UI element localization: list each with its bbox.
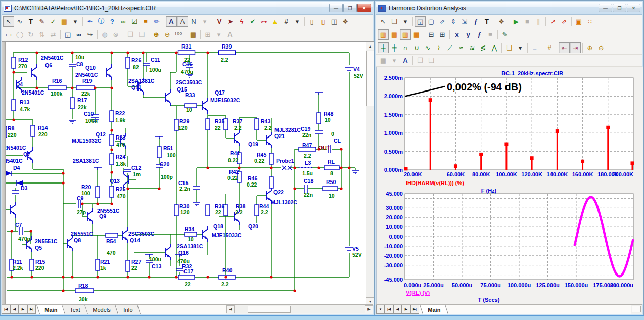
run-icon[interactable]: ▶: [511, 16, 522, 27]
schematic-tab-models[interactable]: Models: [85, 305, 118, 314]
slope-cursor-icon[interactable]: ⟋: [444, 42, 455, 53]
scroll-up-icon[interactable]: ▲: [366, 42, 374, 50]
analysis-mini-scrollbar[interactable]: [631, 305, 642, 313]
select-tool-icon[interactable]: ↖: [378, 16, 389, 27]
select-tool-icon[interactable]: ↖: [3, 16, 14, 27]
next-page-button[interactable]: ▶: [19, 305, 27, 314]
pin-numbers-icon[interactable]: N: [188, 16, 199, 27]
flip-vertical-icon[interactable]: ⇅: [36, 29, 48, 40]
current-arrow-icon[interactable]: ➤: [225, 16, 236, 27]
schematic-horizontal-scrollbar[interactable]: ◀ ▶: [226, 305, 373, 313]
vscroll-thumb[interactable]: [366, 51, 374, 106]
warning-triangle-icon[interactable]: ▲: [269, 16, 281, 27]
next-page-button[interactable]: ▶: [402, 305, 410, 314]
find-icon[interactable]: ∞: [73, 29, 84, 40]
minimize-button[interactable]: —: [329, 4, 343, 12]
stop-icon[interactable]: ■: [522, 16, 533, 27]
analysis-plots[interactable]: 2.500m2.000m1.500m1.000m0.500m0.000m20.0…: [377, 67, 643, 304]
previous-data-point-icon[interactable]: ╪: [389, 42, 400, 53]
attribute-pen-icon[interactable]: ✒: [84, 16, 96, 27]
zoom-100-icon[interactable]: ¹⁰⁰: [173, 29, 184, 40]
scale-mode-icon[interactable]: ◲: [415, 16, 426, 27]
cursor-left-icon[interactable]: ⇤: [559, 42, 570, 53]
select-frame-icon[interactable]: ▣: [573, 16, 584, 27]
menu-lines-icon[interactable]: ≡: [485, 29, 496, 40]
zoom-out-icon[interactable]: ⊖: [162, 29, 173, 40]
maximize-button[interactable]: ❐: [343, 4, 357, 12]
send-to-back-icon[interactable]: ❏: [136, 29, 147, 40]
node-voltages-icon[interactable]: A: [177, 16, 188, 27]
plot-overlay-icon[interactable]: ▦: [411, 29, 422, 40]
grid-dropdown-icon[interactable]: ▾: [292, 16, 303, 27]
maximize-button[interactable]: ❐: [613, 4, 626, 12]
grid-toggle-icon[interactable]: #: [281, 16, 292, 27]
component-dropdown-icon[interactable]: ▾: [400, 16, 411, 27]
page-small-icon[interactable]: ▯: [317, 16, 329, 27]
pause-icon[interactable]: ∥: [533, 16, 544, 27]
pan-mode-icon[interactable]: ⇗: [437, 16, 448, 27]
bring-front-icon[interactable]: ❐: [415, 55, 426, 66]
pivot-marker-icon[interactable]: ⊶: [258, 16, 269, 27]
grid-dropdown-icon[interactable]: ▾: [389, 55, 400, 66]
global-low-icon[interactable]: ≶: [478, 42, 489, 53]
wire-mode-icon[interactable]: ∿: [14, 16, 25, 27]
first-page-button[interactable]: |◀: [385, 305, 393, 314]
component-cube-icon[interactable]: ❒: [389, 16, 400, 27]
vertical-scale-icon[interactable]: ⇕: [448, 16, 459, 27]
split-window-icon[interactable]: ◫: [329, 16, 340, 27]
clipboard-icon[interactable]: ❑: [503, 42, 515, 53]
cancel-icon[interactable]: ⊗: [110, 29, 121, 40]
goto-icon[interactable]: ↪: [84, 29, 96, 40]
plot-split-icon[interactable]: ▥: [400, 29, 411, 40]
text-mode-icon[interactable]: T: [481, 16, 492, 27]
schematic-vertical-scrollbar[interactable]: ▲ ▼: [366, 42, 374, 305]
analysis-tab-main[interactable]: Main: [420, 305, 448, 314]
close-button[interactable]: ✕: [627, 4, 640, 12]
waveform-legend[interactable]: V(RL) (V): [406, 290, 430, 296]
plot-pages-icon[interactable]: ▤: [389, 29, 400, 40]
analysis-titlebar[interactable]: Harmonic Distortion Analysis — ❐ ✕: [376, 2, 642, 15]
y-scale-zoom-icon[interactable]: y: [463, 29, 474, 40]
inflection-cursor-icon[interactable]: ≈: [455, 42, 467, 53]
bottom-cursor-icon[interactable]: ⋀: [489, 42, 500, 53]
numeric-output-icon[interactable]: #: [544, 42, 555, 53]
model-check-icon[interactable]: ☑: [129, 16, 140, 27]
last-page-button[interactable]: ▶|: [27, 305, 36, 314]
prev-page-button[interactable]: ◀: [10, 305, 19, 314]
power-bolt-icon[interactable]: ϟ: [236, 16, 247, 27]
corner-scale-icon[interactable]: ⇲: [459, 16, 470, 27]
page-dropdown-icon[interactable]: ▾: [376, 305, 385, 314]
minimize-button[interactable]: —: [599, 4, 612, 12]
data-points-icon[interactable]: ∷: [584, 16, 595, 27]
mode-dropdown-icon[interactable]: ▾: [213, 29, 224, 40]
low-cursor-icon[interactable]: ≀: [433, 42, 444, 53]
component-bus-icon[interactable]: ▤: [59, 16, 70, 27]
schematic-titlebar[interactable]: C:\MC11\DATA\Petrov\BC-1\BC-1_20kHz-spec…: [2, 2, 373, 15]
rotate-icon[interactable]: ↻: [25, 29, 36, 40]
condition-check-icon[interactable]: ✔: [247, 16, 258, 27]
schematic-canvas[interactable]: R122702N5401CQ610uC8Q102N5401CR16100kR19…: [2, 42, 374, 306]
text-mode-icon[interactable]: T: [25, 16, 36, 27]
text-tool-icon[interactable]: A: [400, 55, 411, 66]
zoom-window-icon[interactable]: ▢: [426, 16, 437, 27]
region-circle-icon[interactable]: ◯: [14, 29, 25, 40]
prev-page-button[interactable]: ◀: [393, 305, 402, 314]
performance-2-icon[interactable]: ⇗: [559, 16, 570, 27]
schematic-tab-main[interactable]: Main: [36, 305, 65, 314]
info-stop-icon[interactable]: ◍: [99, 29, 110, 40]
link-icon[interactable]: ∞: [118, 16, 129, 27]
high-cursor-icon[interactable]: ∿: [422, 42, 433, 53]
select-region-icon[interactable]: ▭: [3, 29, 14, 40]
grid-options-icon[interactable]: ▦: [378, 55, 389, 66]
send-back-icon[interactable]: ❏: [426, 55, 437, 66]
info-icon[interactable]: ⓘ: [96, 16, 107, 27]
last-page-button[interactable]: ▶|: [410, 305, 419, 314]
zoom-region-icon[interactable]: ◲: [62, 29, 73, 40]
scroll-right-icon[interactable]: ▶: [365, 305, 373, 313]
fx-scale-icon[interactable]: ƒ: [470, 16, 481, 27]
properties-icon[interactable]: ❖: [496, 16, 507, 27]
next-data-point-icon[interactable]: ┼: [378, 42, 389, 53]
page-view-icon[interactable]: ▤: [188, 29, 199, 40]
performance-1-icon[interactable]: ↗: [547, 16, 559, 27]
zoom-out-icon[interactable]: ⊖: [595, 42, 607, 53]
